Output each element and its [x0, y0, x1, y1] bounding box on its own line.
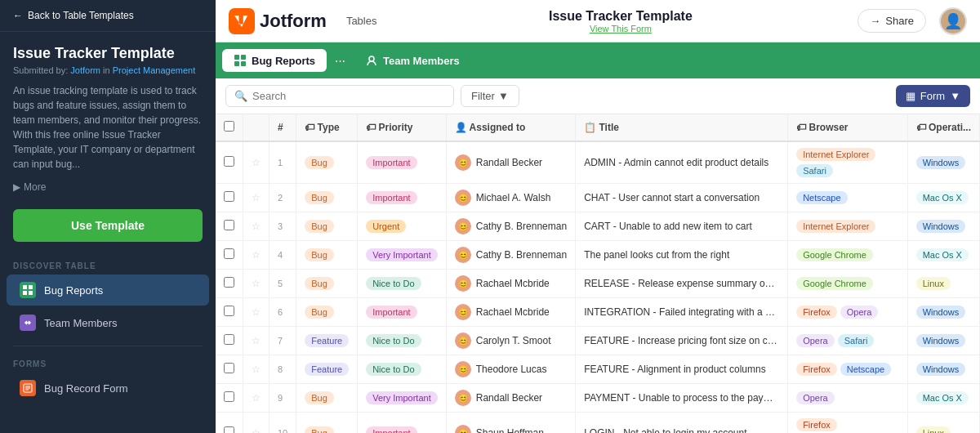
star-icon[interactable]: ☆	[252, 364, 261, 375]
row-checkbox-cell[interactable]	[216, 298, 243, 327]
navbar-center: Issue Tracker Template View This Form	[396, 9, 844, 33]
col-os[interactable]: 🏷 Operati...	[907, 114, 979, 141]
col-browser[interactable]: 🏷 Browser	[788, 114, 908, 141]
star-icon[interactable]: ☆	[252, 249, 261, 261]
svg-rect-10	[234, 55, 239, 60]
row-checkbox[interactable]	[224, 334, 234, 345]
form-label: Form	[920, 90, 945, 102]
discover-section-label: DISCOVER TABLE	[0, 255, 216, 274]
user-avatar[interactable]: 👤	[939, 7, 967, 35]
row-star-cell[interactable]: ☆	[243, 384, 270, 413]
search-box[interactable]: 🔍	[225, 85, 454, 107]
row-checkbox[interactable]	[224, 248, 234, 259]
logo: Jotform	[229, 8, 327, 34]
row-checkbox-cell[interactable]	[216, 384, 243, 413]
row-checkbox-cell[interactable]	[216, 327, 243, 355]
row-checkbox[interactable]	[224, 191, 234, 202]
share-button[interactable]: → Share	[858, 9, 926, 33]
row-priority: Urgent	[358, 212, 447, 241]
row-checkbox-cell[interactable]	[216, 241, 243, 270]
view-form-link[interactable]: View This Form	[396, 24, 844, 33]
star-icon[interactable]: ☆	[252, 427, 261, 433]
row-checkbox-cell[interactable]	[216, 413, 243, 434]
row-checkbox[interactable]	[224, 426, 234, 433]
row-number: 6	[270, 298, 296, 327]
tab-team-members[interactable]: Team Members	[354, 49, 471, 72]
row-checkbox[interactable]	[224, 306, 234, 316]
row-star-cell[interactable]: ☆	[243, 241, 270, 270]
row-type: Bug	[296, 184, 358, 212]
sidebar-item-team-members[interactable]: Team Members	[7, 307, 209, 338]
row-checkbox-cell[interactable]	[216, 212, 243, 241]
browser-badge: Internet Explorer	[796, 148, 875, 161]
browser-badge: Netscape	[840, 363, 891, 376]
user-avatar-small: 😊	[455, 190, 471, 206]
row-checkbox-cell[interactable]	[216, 184, 243, 212]
main-content: Jotform Tables Issue Tracker Template Vi…	[216, 0, 980, 433]
star-icon[interactable]: ☆	[252, 221, 261, 232]
col-num: #	[270, 114, 296, 141]
col-priority[interactable]: 🏷 Priority	[358, 114, 447, 141]
back-button[interactable]: ← Back to Table Templates	[0, 0, 216, 32]
row-star-cell[interactable]: ☆	[243, 298, 270, 327]
row-checkbox[interactable]	[224, 363, 234, 373]
star-icon[interactable]: ☆	[252, 306, 261, 318]
form-dropdown-icon: ▼	[950, 90, 960, 102]
row-checkbox[interactable]	[224, 391, 234, 402]
row-star-cell[interactable]: ☆	[243, 212, 270, 241]
select-all-checkbox[interactable]	[224, 121, 234, 132]
user-name: Rachael Mcbride	[476, 278, 550, 289]
use-template-button[interactable]: Use Template	[13, 209, 203, 242]
os-badge: Windows	[916, 220, 966, 233]
tab-dots-button[interactable]: ⋯	[330, 51, 350, 70]
sidebar-item-bug-reports[interactable]: Bug Reports	[7, 275, 209, 306]
row-checkbox-cell[interactable]	[216, 141, 243, 184]
star-icon[interactable]: ☆	[252, 335, 261, 346]
tables-link[interactable]: Tables	[340, 11, 384, 30]
col-type[interactable]: 🏷 Type	[296, 114, 358, 141]
filter-button[interactable]: Filter ▼	[461, 85, 519, 107]
author-link[interactable]: Jotform	[70, 65, 100, 75]
row-checkbox[interactable]	[224, 156, 234, 167]
more-button[interactable]: ▶ More	[0, 178, 216, 203]
form-button[interactable]: ▦ Form ▼	[896, 85, 970, 107]
grid-icon	[20, 282, 36, 298]
table-row: ☆ 5 Bug Nice to Do 😊Rachael Mcbride RELE…	[216, 270, 980, 298]
row-star-cell[interactable]: ☆	[243, 413, 270, 434]
priority-badge: Important	[366, 156, 416, 169]
category-link[interactable]: Project Management	[113, 65, 196, 75]
col-assigned[interactable]: 👤 Assigned to	[446, 114, 575, 141]
row-checkbox-cell[interactable]	[216, 355, 243, 384]
row-browser: Firefox Google Chrome	[788, 413, 908, 434]
search-input[interactable]	[252, 90, 445, 102]
row-star-cell[interactable]: ☆	[243, 355, 270, 384]
form-icon	[20, 380, 36, 396]
row-checkbox[interactable]	[224, 277, 234, 288]
row-os: Mac Os X	[907, 241, 979, 270]
type-badge: Bug	[305, 426, 334, 433]
star-icon[interactable]: ☆	[252, 278, 261, 289]
row-priority: Nice to Do	[358, 327, 447, 355]
type-badge: Bug	[305, 220, 334, 233]
row-type: Bug	[296, 298, 358, 327]
star-icon[interactable]: ☆	[252, 157, 261, 168]
star-icon[interactable]: ☆	[252, 192, 261, 203]
row-priority: Important	[358, 141, 447, 184]
priority-badge: Nice to Do	[366, 277, 421, 290]
row-checkbox[interactable]	[224, 220, 234, 230]
row-priority: Nice to Do	[358, 270, 447, 298]
row-star-cell[interactable]: ☆	[243, 270, 270, 298]
data-table: # 🏷 Type 🏷 Priority 👤 Assigned to 📋 Titl…	[216, 114, 980, 433]
row-star-cell[interactable]: ☆	[243, 327, 270, 355]
share-icon: →	[870, 15, 880, 27]
row-checkbox-cell[interactable]	[216, 270, 243, 298]
col-title[interactable]: 📋 Title	[576, 114, 788, 141]
col-checkbox[interactable]	[216, 114, 243, 141]
star-icon[interactable]: ☆	[252, 392, 261, 404]
browser-badge: Netscape	[796, 191, 847, 204]
navbar: Jotform Tables Issue Tracker Template Vi…	[216, 0, 980, 42]
row-star-cell[interactable]: ☆	[243, 141, 270, 184]
row-star-cell[interactable]: ☆	[243, 184, 270, 212]
tab-bug-reports[interactable]: Bug Reports	[222, 49, 327, 72]
sidebar-item-bug-record-form[interactable]: Bug Record Form	[7, 373, 209, 404]
